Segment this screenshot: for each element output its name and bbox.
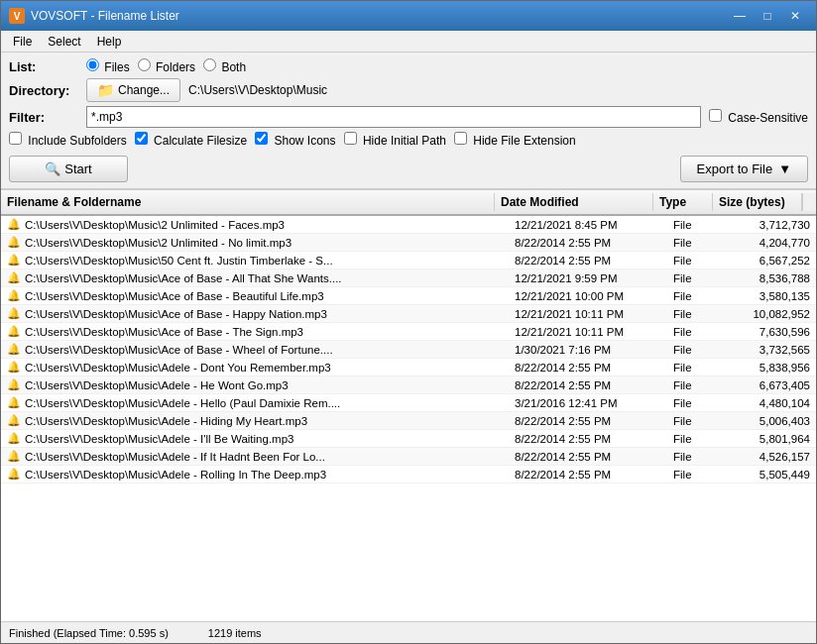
cell-size: 5,838,956 (727, 359, 816, 376)
dropdown-arrow-icon: ▼ (778, 161, 791, 176)
cell-date: 8/22/2014 2:55 PM (509, 234, 667, 251)
list-folders-radio[interactable] (138, 58, 151, 71)
music-icon: 🔔 (7, 218, 21, 231)
music-icon: 🔔 (7, 468, 21, 481)
cell-type: File (667, 448, 727, 465)
list-files-label[interactable]: Files (86, 58, 130, 74)
cell-filename: 🔔 C:\Users\V\Desktop\Music\Adele - I'll … (1, 430, 509, 447)
table-row[interactable]: 🔔 C:\Users\V\Desktop\Music\2 Unlimited -… (1, 216, 816, 234)
cell-size: 4,204,770 (727, 234, 816, 251)
table-row[interactable]: 🔔 C:\Users\V\Desktop\Music\Adele - Hello… (1, 394, 816, 412)
cell-size: 6,567,252 (727, 252, 816, 268)
cell-filename: 🔔 C:\Users\V\Desktop\Music\Ace of Base -… (1, 287, 509, 304)
music-icon: 🔔 (7, 325, 21, 338)
list-both-radio[interactable] (203, 58, 216, 71)
table-row[interactable]: 🔔 C:\Users\V\Desktop\Music\Adele - He Wo… (1, 376, 816, 394)
table-row[interactable]: 🔔 C:\Users\V\Desktop\Music\Ace of Base -… (1, 305, 816, 323)
table-row[interactable]: 🔔 C:\Users\V\Desktop\Music\Adele - Dont … (1, 359, 816, 376)
table-row[interactable]: 🔔 C:\Users\V\Desktop\Music\Ace of Base -… (1, 341, 816, 359)
toolbar: List: Files Folders Both Directory: 📁 Ch… (1, 53, 816, 189)
list-row: List: Files Folders Both (9, 58, 808, 74)
close-button[interactable]: ✕ (782, 6, 808, 26)
col-filename[interactable]: Filename & Foldername (1, 193, 495, 211)
table-row[interactable]: 🔔 C:\Users\V\Desktop\Music\Ace of Base -… (1, 287, 816, 305)
list-folders-label[interactable]: Folders (138, 58, 195, 74)
list-label: List: (9, 59, 78, 74)
case-sensitive-checkbox[interactable] (709, 109, 722, 122)
menu-select[interactable]: Select (40, 33, 88, 51)
show-icons-label[interactable]: Show Icons (255, 132, 335, 148)
show-icons-checkbox[interactable] (255, 132, 268, 145)
cell-type: File (667, 287, 727, 304)
music-icon: 🔔 (7, 236, 21, 249)
item-count: 1219 items (208, 627, 262, 639)
change-button[interactable]: 📁 Change... (86, 78, 180, 102)
maximize-button[interactable]: □ (755, 6, 780, 26)
calculate-filesize-label[interactable]: Calculate Filesize (135, 132, 247, 148)
music-icon: 🔔 (7, 361, 21, 374)
music-icon: 🔔 (7, 432, 21, 445)
table-row[interactable]: 🔔 C:\Users\V\Desktop\Music\Adele - Rolli… (1, 466, 816, 483)
cell-size: 8,536,788 (727, 269, 816, 286)
cell-filename: 🔔 C:\Users\V\Desktop\Music\Ace of Base -… (1, 323, 509, 340)
hide-file-extension-checkbox[interactable] (454, 132, 467, 145)
filter-input[interactable] (86, 106, 701, 128)
table-body[interactable]: 🔔 C:\Users\V\Desktop\Music\2 Unlimited -… (1, 216, 816, 621)
calculate-filesize-checkbox[interactable] (135, 132, 148, 145)
start-button[interactable]: 🔍 Start (9, 156, 128, 182)
elapsed-time: Finished (Elapsed Time: 0.595 s) (9, 627, 169, 639)
cell-date: 3/21/2016 12:41 PM (509, 394, 667, 411)
status-bar: Finished (Elapsed Time: 0.595 s) 1219 it… (1, 621, 816, 643)
hide-initial-path-checkbox[interactable] (344, 132, 357, 145)
table-row[interactable]: 🔔 C:\Users\V\Desktop\Music\50 Cent ft. J… (1, 252, 816, 269)
cell-filename: 🔔 C:\Users\V\Desktop\Music\Ace of Base -… (1, 305, 509, 322)
include-subfolders-checkbox[interactable] (9, 132, 22, 145)
title-bar: V VOVSOFT - Filename Lister — □ ✕ (1, 1, 816, 31)
cell-size: 5,006,403 (727, 412, 816, 429)
table-row[interactable]: 🔔 C:\Users\V\Desktop\Music\Ace of Base -… (1, 269, 816, 287)
minimize-button[interactable]: — (727, 6, 753, 26)
cell-date: 8/22/2014 2:55 PM (509, 252, 667, 268)
cell-size: 10,082,952 (727, 305, 816, 322)
music-icon: 🔔 (7, 378, 21, 391)
cell-type: File (667, 252, 727, 268)
cell-date: 8/22/2014 2:55 PM (509, 466, 667, 483)
table-row[interactable]: 🔔 C:\Users\V\Desktop\Music\Adele - Hidin… (1, 412, 816, 430)
table-row[interactable]: 🔔 C:\Users\V\Desktop\Music\2 Unlimited -… (1, 234, 816, 252)
directory-path: C:\Users\V\Desktop\Music (188, 83, 327, 97)
cell-filename: 🔔 C:\Users\V\Desktop\Music\Adele - He Wo… (1, 376, 509, 393)
col-type[interactable]: Type (653, 193, 713, 211)
col-size[interactable]: Size (bytes) (713, 193, 802, 211)
menu-help[interactable]: Help (89, 33, 130, 51)
cell-date: 1/30/2021 7:16 PM (509, 341, 667, 358)
hide-file-extension-label[interactable]: Hide File Extension (454, 132, 576, 148)
menu-bar: File Select Help (1, 31, 816, 53)
table-row[interactable]: 🔔 C:\Users\V\Desktop\Music\Adele - I'll … (1, 430, 816, 448)
cell-date: 8/22/2014 2:55 PM (509, 359, 667, 376)
cell-size: 5,801,964 (727, 430, 816, 447)
cell-filename: 🔔 C:\Users\V\Desktop\Music\Adele - Hidin… (1, 412, 509, 429)
cell-size: 5,505,449 (727, 466, 816, 483)
music-icon: 🔔 (7, 271, 21, 284)
music-icon: 🔔 (7, 343, 21, 356)
table-row[interactable]: 🔔 C:\Users\V\Desktop\Music\Ace of Base -… (1, 323, 816, 341)
hide-initial-path-label[interactable]: Hide Initial Path (344, 132, 446, 148)
case-sensitive-label[interactable]: Case-Sensitive (709, 109, 808, 125)
cell-size: 3,732,565 (727, 341, 816, 358)
col-date[interactable]: Date Modified (495, 193, 653, 211)
directory-row: Directory: 📁 Change... C:\Users\V\Deskto… (9, 78, 808, 102)
cell-type: File (667, 234, 727, 251)
cell-size: 3,712,730 (727, 216, 816, 233)
list-both-label[interactable]: Both (203, 58, 246, 74)
cell-filename: 🔔 C:\Users\V\Desktop\Music\Adele - Hello… (1, 394, 509, 411)
list-files-radio[interactable] (86, 58, 99, 71)
table-row[interactable]: 🔔 C:\Users\V\Desktop\Music\Adele - If It… (1, 448, 816, 466)
menu-file[interactable]: File (5, 33, 40, 51)
export-button[interactable]: Export to File ▼ (680, 156, 808, 182)
include-subfolders-label[interactable]: Include Subfolders (9, 132, 127, 148)
music-icon: 🔔 (7, 307, 21, 320)
cell-date: 8/22/2014 2:55 PM (509, 448, 667, 465)
cell-type: File (667, 359, 727, 376)
cell-type: File (667, 466, 727, 483)
cell-filename: 🔔 C:\Users\V\Desktop\Music\Adele - Dont … (1, 359, 509, 376)
